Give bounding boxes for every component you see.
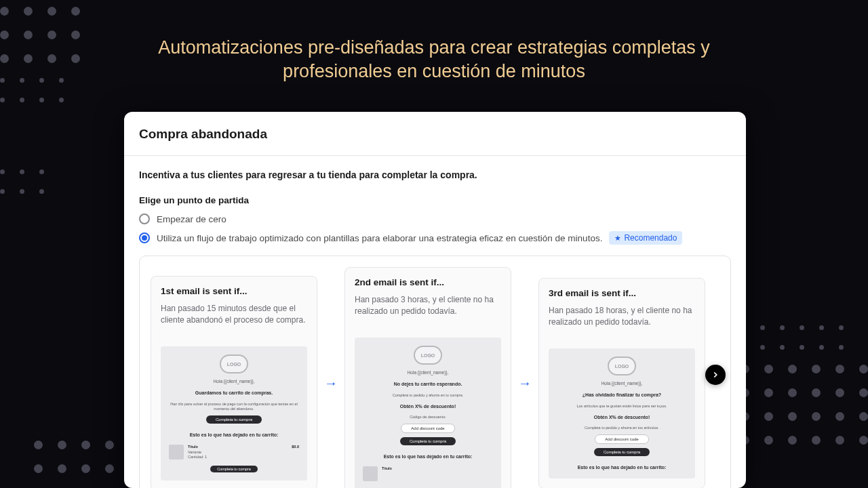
preview-cta: Completa tu compra [206,415,262,424]
decorative-dots [0,169,44,209]
email-preview: LOGO Hola {{client_name}}, ¿Has olvidado… [549,348,695,479]
preview-cta: Completa tu compra [210,466,258,472]
next-button[interactable] [705,365,726,385]
image-placeholder-icon [363,466,378,481]
email-preview: LOGO Hola {{client_name}}, Guardamos tu … [161,346,307,481]
radio-label: Empezar de cero [157,214,226,224]
preview-add-code: Add discount code [401,424,454,433]
preview-cta: Completa tu compra [594,448,650,456]
email-step-title: 1st email is sent if... [161,286,307,296]
hero-title: Automatizaciones pre-diseñadas para crea… [0,36,868,83]
radio-icon [139,232,150,243]
divider [124,155,746,156]
email-step-desc: Han pasado 15 minutos desde que el clien… [161,303,307,336]
logo-placeholder: LOGO [608,357,636,375]
email-preview: LOGO Hola {{client_name}}, No dejes tu c… [355,338,501,488]
panel-title: Compra abandonada [139,127,731,142]
email-step-title: 2nd email is sent if... [355,277,501,287]
recommended-badge: ★ Recomendado [609,231,682,245]
email-step-3[interactable]: 3rd email is sent if... Han pasado 18 ho… [538,278,705,488]
radio-start-from-scratch[interactable]: Empezar de cero [139,214,731,224]
panel-description: Incentiva a tus clientes para regresar a… [139,169,731,180]
radio-icon [139,214,150,224]
star-icon: ★ [614,234,621,243]
decorative-dots [741,325,868,460]
email-step-desc: Han pasado 18 horas, y el cliente no ha … [549,305,695,338]
preview-add-code: Add discount code [595,434,648,444]
automation-panel: Compra abandonada Incentiva a tus client… [124,112,746,488]
logo-placeholder: LOGO [414,346,442,365]
logo-placeholder: LOGO [220,354,248,373]
email-flow: 1st email is sent if... Han pasado 15 mi… [139,256,731,488]
email-step-desc: Han pasado 3 horas, y el cliente no ha r… [355,294,501,327]
preview-cta: Completa tu compra [400,437,456,445]
arrow-right-icon: → [518,375,532,391]
radio-use-template[interactable]: Utiliza un flujo de trabajo optimizado c… [139,231,731,245]
image-placeholder-icon [169,445,184,460]
email-step-1[interactable]: 1st email is sent if... Han pasado 15 mi… [151,276,317,488]
starting-point-label: Elige un punto de partida [139,195,731,205]
email-step-2[interactable]: 2nd email is sent if... Han pasado 3 hor… [344,267,511,488]
chevron-right-icon [711,370,720,380]
radio-label: Utiliza un flujo de trabajo optimizado c… [157,233,602,243]
email-step-title: 3rd email is sent if... [549,288,695,298]
arrow-right-icon: → [324,375,338,391]
